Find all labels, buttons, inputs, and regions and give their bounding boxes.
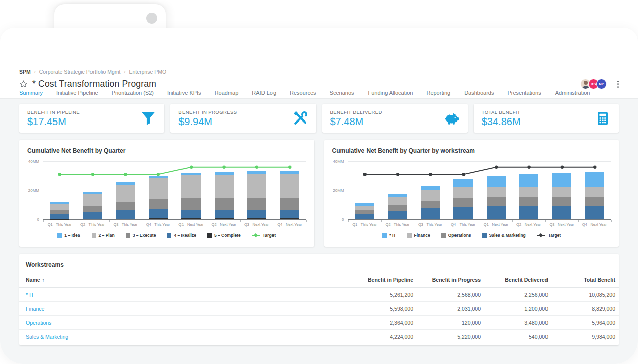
kpi-text: BENEFIT DELIVERED $7.48M — [330, 109, 382, 128]
x-tick-label: Q2 - Next Year — [208, 222, 240, 227]
y-tick-label: 0 — [37, 217, 39, 222]
kpi-card-benefit-delivered[interactable]: BENEFIT DELIVERED $7.48M — [322, 104, 468, 133]
kpi-value: $7.48M — [330, 116, 382, 128]
legend-swatch — [57, 233, 62, 238]
legend-swatch — [207, 233, 212, 238]
y-tick-label: 0 — [342, 217, 344, 222]
y-tick-label: 20MM — [333, 188, 344, 193]
chart-title: Cumulative Net Benefit by Quarter by wor… — [332, 147, 611, 154]
breadcrumb-spm[interactable]: SPM — [19, 69, 31, 75]
workstream-link[interactable]: Operations — [19, 316, 349, 330]
window-header: SPM › Corporate Strategic Portfolio Mgmt… — [19, 69, 622, 89]
kpi-value: $34.86M — [482, 116, 521, 128]
breadcrumb: SPM › Corporate Strategic Portfolio Mgmt… — [19, 69, 622, 75]
x-axis-tick — [175, 220, 175, 222]
plot-wrap: 40MM 20MM 0 — [27, 161, 306, 220]
x-tick-label: Q1 - This Year — [348, 222, 381, 227]
kpi-row: BENEFIT IN PIPELINE $17.45M BENEFIT IN P… — [19, 104, 619, 133]
x-tick-label: Q2 - This Year — [76, 222, 109, 227]
target-line — [43, 161, 306, 220]
legend-item[interactable]: Sales & Marketing — [482, 233, 526, 238]
table-row: Finance 5,598,000 2,031,000 1,200,000 8,… — [19, 302, 619, 316]
cell-benefit-in-pipeline: 5,261,200 — [349, 288, 417, 302]
kpi-label: BENEFIT IN PIPELINE — [27, 109, 80, 115]
legend-item-target[interactable]: Target — [252, 233, 276, 238]
cell-benefit-in-pipeline: 5,598,000 — [349, 302, 417, 316]
tools-icon — [292, 110, 308, 127]
x-axis-tick — [76, 220, 76, 222]
table-heading: Workstreams — [19, 261, 619, 268]
column-header-benefit-delivered[interactable]: Benefit Delivered — [484, 274, 552, 288]
legend-item-target[interactable]: Target — [537, 233, 561, 238]
x-axis-tick — [109, 220, 110, 222]
main-content: BENEFIT IN PIPELINE $17.45M BENEFIT IN P… — [0, 99, 638, 364]
kpi-text: TOTAL BENEFIT $34.86M — [482, 109, 521, 128]
x-axis-tick — [578, 220, 579, 222]
workstream-link[interactable]: * IT — [19, 288, 349, 302]
avatar-photo-body — [582, 86, 589, 89]
more-options-kebab-icon[interactable] — [614, 80, 622, 89]
y-axis: 40MM 20MM 0 — [332, 161, 348, 220]
legend-item[interactable]: Finance — [407, 233, 430, 238]
kpi-card-total-benefit[interactable]: TOTAL BENEFIT $34.86M — [474, 104, 619, 133]
legend-swatch — [407, 233, 412, 238]
legend-item[interactable]: 2 – Plan — [92, 233, 115, 238]
table-row: Operations 2,364,000 120,000 3,480,000 5… — [19, 316, 619, 330]
workstream-link[interactable]: Sales & Marketing — [19, 330, 349, 344]
kpi-label: BENEFIT IN PROGRESS — [178, 109, 237, 115]
legend-swatch — [441, 233, 446, 238]
kpi-label: BENEFIT DELIVERED — [330, 109, 382, 115]
breadcrumb-portfolio[interactable]: Corporate Strategic Portfolio Mgmt — [39, 69, 121, 75]
target-marker-icon — [537, 233, 545, 238]
cell-benefit-delivered: 540,000 — [484, 330, 552, 344]
legend-item[interactable]: 1 – Idea — [57, 233, 80, 238]
kpi-card-benefit-in-pipeline[interactable]: BENEFIT IN PIPELINE $17.45M — [19, 104, 164, 133]
sort-asc-arrow-icon: ↑ — [42, 277, 45, 283]
column-header-name[interactable]: Name↑ — [19, 274, 349, 288]
x-tick-label: Q2 - This Year — [381, 222, 414, 227]
app-window: SPM › Corporate Strategic Portfolio Mgmt… — [0, 28, 638, 364]
x-axis-labels: Q1 - This YearQ2 - This YearQ3 - This Ye… — [348, 222, 611, 227]
x-tick-label: Q4 - Next Year — [273, 222, 306, 227]
legend-item[interactable]: 5 – Complete — [207, 233, 241, 238]
y-tick-label: 20MM — [28, 188, 39, 193]
chart-title: Cumulative Net Benefit by Quarter — [27, 147, 306, 154]
x-axis-tick — [414, 220, 414, 222]
legend-item[interactable]: * IT — [382, 233, 396, 238]
breadcrumb-separator: › — [34, 69, 36, 74]
x-axis-labels: Q1 - This YearQ2 - This YearQ3 - This Ye… — [43, 222, 306, 227]
workstreams-table: Name↑ Benefit in Pipeline Benefit in Pro… — [19, 274, 619, 343]
x-axis-tick — [306, 220, 307, 222]
table-header-row: Name↑ Benefit in Pipeline Benefit in Pro… — [19, 274, 619, 288]
tab-favicon-dot — [146, 13, 157, 24]
x-tick-label: Q4 - This Year — [142, 222, 174, 227]
x-axis-tick — [447, 220, 447, 222]
chart-body: 40MM 20MM 0 Q1 - This YearQ2 - This Year… — [332, 161, 611, 238]
title-row: * Cost Transformation Program XS NP — [19, 79, 622, 89]
header-right: XS NP — [580, 79, 622, 89]
chart-card-cumulative-benefit: Cumulative Net Benefit by Quarter 40MM 2… — [19, 140, 314, 247]
column-header-benefit-in-progress[interactable]: Benefit in Progress — [417, 274, 484, 288]
favorite-star-icon[interactable] — [19, 80, 28, 88]
kpi-card-benefit-in-progress[interactable]: BENEFIT IN PROGRESS $9.94M — [170, 104, 316, 133]
calculator-icon — [595, 110, 611, 127]
plot-wrap: 40MM 20MM 0 — [332, 161, 611, 220]
avatar-photo-head — [584, 81, 588, 85]
kpi-value: $9.94M — [178, 116, 237, 128]
x-axis-tick — [43, 220, 44, 222]
column-header-benefit-in-pipeline[interactable]: Benefit in Pipeline — [349, 274, 417, 288]
x-tick-label: Q3 - Next Year — [240, 222, 273, 227]
column-header-total-benefit[interactable]: Total Benefit — [552, 274, 619, 288]
legend-item[interactable]: 4 – Realize — [167, 233, 196, 238]
legend-item[interactable]: Operations — [441, 233, 471, 238]
workstream-link[interactable]: Finance — [19, 302, 349, 316]
x-axis-tick — [240, 220, 241, 222]
avatar-initials: XS — [591, 82, 596, 86]
x-tick-label: Q4 - This Year — [446, 222, 479, 227]
cell-benefit-in-progress: 2,031,000 — [417, 302, 484, 316]
breadcrumb-enterprise-pmo[interactable]: Enterprise PMO — [129, 69, 166, 75]
x-axis-tick — [611, 220, 612, 222]
legend-item[interactable]: 3 – Execute — [126, 233, 156, 238]
cell-benefit-in-pipeline: 2,364,000 — [349, 316, 417, 330]
avatar[interactable]: NP — [596, 79, 607, 89]
